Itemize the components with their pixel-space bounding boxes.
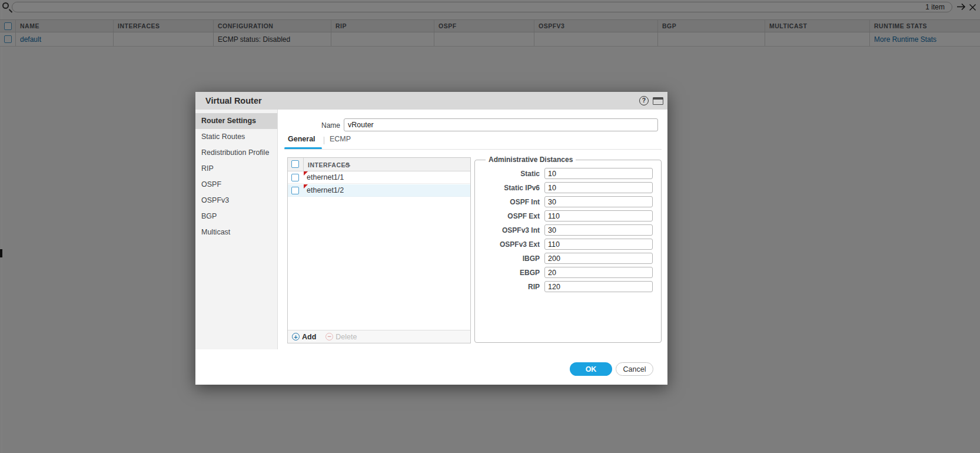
name-field-label: Name <box>290 121 340 130</box>
adm-row-ospf-ext: OSPF Ext <box>481 210 655 222</box>
sidebar-item-multicast[interactable]: Multicast <box>195 224 277 240</box>
static-ipv6-label: Static IPv6 <box>481 184 544 192</box>
plus-circle-icon <box>292 333 300 340</box>
interface-row-ethernet1-2[interactable]: ethernet1/2 <box>288 184 470 197</box>
tab-ecmp[interactable]: ECMP <box>330 135 351 143</box>
static-ipv6-input[interactable] <box>544 182 653 193</box>
sidebar-item-static-routes[interactable]: Static Routes <box>195 129 277 145</box>
adm-row-ospfv3-ext: OSPFv3 Ext <box>481 238 655 250</box>
rip-label: RIP <box>481 283 544 291</box>
ospf-int-input[interactable] <box>544 196 653 207</box>
sidebar-item-redistribution-profile[interactable]: Redistribution Profile <box>195 145 277 161</box>
administrative-distances-legend: Administrative Distances <box>486 156 576 164</box>
name-input[interactable] <box>344 118 658 131</box>
delete-button[interactable]: Delete <box>325 333 357 341</box>
adm-row-ebgp: EBGP <box>481 266 655 279</box>
add-button[interactable]: Add <box>292 333 316 341</box>
interfaces-header: INTERFACES <box>288 158 470 171</box>
ospfv3-int-input[interactable] <box>544 224 653 236</box>
dialog-titlebar: Virtual Router <box>195 92 667 110</box>
interface-checkbox[interactable] <box>291 187 299 194</box>
adm-row-static: Static <box>481 167 655 180</box>
administrative-distances-group: Administrative Distances Static Static I… <box>474 156 662 343</box>
interfaces-column-header[interactable]: INTERFACES <box>308 161 350 168</box>
rip-input[interactable] <box>544 281 653 292</box>
interface-name: ethernet1/1 <box>307 173 344 181</box>
delete-button-label: Delete <box>335 333 357 341</box>
dialog-sidebar: Router Settings Static Routes Redistribu… <box>195 110 278 349</box>
adm-row-ibgp: IBGP <box>481 252 655 264</box>
interfaces-select-all-checkbox[interactable] <box>291 160 299 168</box>
tabs-rule <box>284 149 662 150</box>
dialog-title: Virtual Router <box>205 96 262 105</box>
ospf-ext-input[interactable] <box>544 210 653 221</box>
adm-row-ospf-int: OSPF Int <box>481 196 655 208</box>
sidebar-item-ospf[interactable]: OSPF <box>195 177 277 193</box>
interfaces-panel: INTERFACES ethernet1/1 ethernet1/2 Add D… <box>287 157 471 343</box>
ebgp-label: EBGP <box>481 269 544 277</box>
sidebar-item-rip[interactable]: RIP <box>195 161 277 177</box>
virtual-router-dialog: Virtual Router Router Settings Static Ro… <box>195 92 667 385</box>
static-input[interactable] <box>544 168 653 179</box>
interface-checkbox[interactable] <box>291 174 299 181</box>
static-label: Static <box>481 170 544 178</box>
interfaces-footer: Add Delete <box>288 330 470 343</box>
help-icon[interactable] <box>639 96 649 105</box>
active-tab-underline <box>284 147 322 149</box>
ebgp-input[interactable] <box>544 267 653 278</box>
sidebar-item-ospfv3[interactable]: OSPFv3 <box>195 193 277 209</box>
ospf-ext-label: OSPF Ext <box>481 212 544 220</box>
tab-general[interactable]: General <box>288 135 315 143</box>
interfaces-column-divider <box>303 158 304 171</box>
ok-button[interactable]: OK <box>570 362 612 376</box>
interface-row-ethernet1-1[interactable]: ethernet1/1 <box>288 171 470 184</box>
popout-window-icon[interactable] <box>653 97 663 105</box>
ospf-int-label: OSPF Int <box>481 198 544 206</box>
interface-name: ethernet1/2 <box>307 186 344 194</box>
add-button-label: Add <box>302 333 316 341</box>
ospfv3-ext-input[interactable] <box>544 239 653 250</box>
ibgp-label: IBGP <box>481 254 544 263</box>
sidebar-item-router-settings[interactable]: Router Settings <box>195 113 277 129</box>
ospfv3-ext-label: OSPFv3 Ext <box>481 240 544 249</box>
minus-circle-icon <box>325 333 333 340</box>
adm-row-ospfv3-int: OSPFv3 Int <box>481 224 655 236</box>
ibgp-input[interactable] <box>544 253 653 264</box>
adm-row-static-ipv6: Static IPv6 <box>481 181 655 194</box>
adm-row-rip: RIP <box>481 280 655 293</box>
sidebar-item-bgp[interactable]: BGP <box>195 209 277 224</box>
cancel-button[interactable]: Cancel <box>616 362 653 376</box>
ospfv3-int-label: OSPFv3 Int <box>481 226 544 234</box>
tab-divider <box>324 137 324 144</box>
